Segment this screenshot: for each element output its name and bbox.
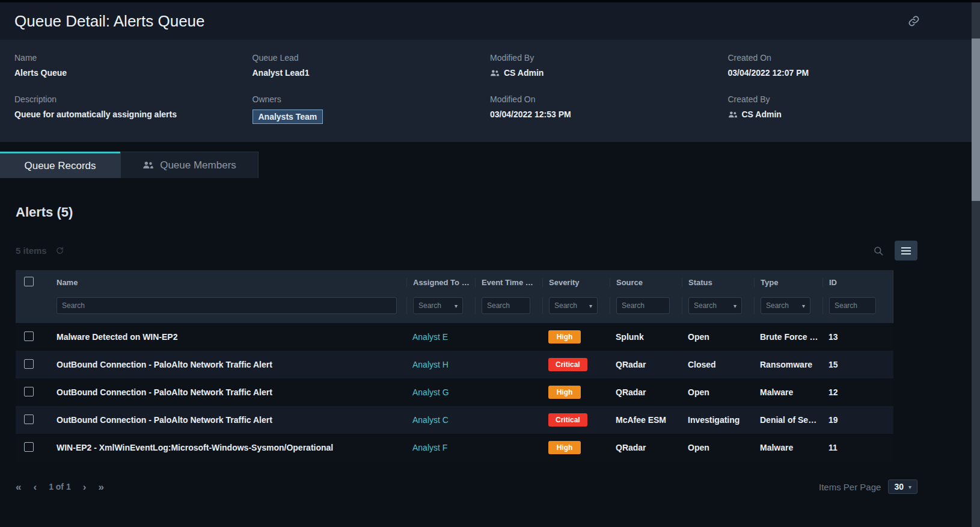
first-page-icon[interactable]: « (16, 482, 21, 492)
page-title: Queue Detail: Alerts Queue (14, 12, 205, 31)
col-header-assigned-to[interactable]: Assigned To … (406, 278, 475, 287)
severity-badge: High (548, 441, 581, 454)
scrollbar-thumb[interactable] (972, 39, 980, 201)
table-header: Name Assigned To … Event Time … Severity… (16, 270, 893, 323)
row-checkbox[interactable] (24, 331, 34, 341)
tabs: Queue Records Queue Members (0, 152, 980, 178)
alert-id: 12 (822, 387, 893, 397)
field-name: Name Alerts Queue (14, 53, 253, 78)
main-content: Alerts (5) 5 items Name (0, 178, 980, 494)
assigned-to-link[interactable]: Analyst H (412, 360, 449, 369)
col-header-type[interactable]: Type (754, 278, 822, 287)
vertical-scrollbar[interactable] (972, 2, 980, 527)
items-per-page-select[interactable]: 30 ▾ (888, 479, 917, 494)
event-time-filter-input[interactable] (487, 301, 525, 310)
chevron-down-icon[interactable]: ▾ (589, 303, 592, 309)
tab-label: Queue Members (160, 159, 236, 171)
table-row[interactable]: OutBound Connection - PaloAlto Network T… (16, 378, 893, 406)
assigned-to-link[interactable]: Analyst C (412, 415, 449, 425)
field-modified-on: Modified On 03/04/2022 12:53 PM (490, 94, 728, 119)
status: Investigating (682, 415, 754, 425)
field-modified-by: Modified By CS Admin (490, 53, 728, 78)
assigned-to-filter-input[interactable] (418, 301, 452, 310)
field-owners: Owners Analysts Team (253, 94, 491, 124)
source-filter[interactable] (616, 297, 670, 314)
pager: « ‹ 1 of 1 › » (16, 482, 104, 492)
source-filter-input[interactable] (622, 301, 664, 310)
source: QRadar (610, 387, 682, 397)
severity-filter-input[interactable] (554, 301, 586, 310)
grid-options-button[interactable] (895, 241, 917, 260)
alerts-table: Name Assigned To … Event Time … Severity… (16, 270, 893, 461)
people-icon (142, 161, 154, 169)
page-info: 1 of 1 (49, 482, 71, 492)
table-row[interactable]: Malware Detected on WIN-EP2 Analyst E Hi… (16, 323, 893, 351)
tab-queue-members[interactable]: Queue Members (120, 152, 259, 178)
alert-type: Malware (754, 443, 822, 452)
name-filter[interactable] (57, 297, 397, 314)
severity-badge: High (548, 330, 581, 344)
owners-team-chip[interactable]: Analysts Team (253, 109, 323, 124)
col-header-name[interactable]: Name (51, 278, 406, 287)
chevron-down-icon[interactable]: ▾ (455, 303, 458, 309)
field-value: 03/04/2022 12:53 PM (490, 109, 728, 119)
event-time-filter[interactable] (482, 297, 530, 314)
select-all-checkbox[interactable] (24, 277, 34, 286)
col-header-status[interactable]: Status (682, 278, 754, 287)
table-row[interactable]: OutBound Connection - PaloAlto Network T… (16, 351, 893, 378)
permalink-icon[interactable] (908, 15, 920, 27)
chevron-down-icon[interactable]: ▾ (802, 303, 805, 309)
previous-page-icon[interactable]: ‹ (33, 482, 37, 492)
row-checkbox[interactable] (24, 415, 34, 424)
menu-icon (901, 247, 911, 254)
row-checkbox[interactable] (24, 387, 34, 396)
alert-type: Denial of Se… (754, 415, 822, 425)
search-icon[interactable] (873, 245, 884, 256)
col-header-severity[interactable]: Severity (542, 278, 610, 287)
field-label: Modified By (490, 53, 728, 63)
field-created-by: Created By CS Admin (728, 94, 966, 119)
chevron-down-icon[interactable]: ▾ (733, 303, 737, 309)
name-filter-input[interactable] (62, 301, 391, 310)
header-row: Name Assigned To … Event Time … Severity… (16, 270, 893, 294)
row-checkbox[interactable] (24, 359, 34, 369)
id-filter[interactable] (829, 297, 876, 314)
field-label: Created By (728, 94, 966, 104)
alert-id: 11 (822, 443, 893, 452)
status: Open (682, 387, 754, 397)
id-filter-input[interactable] (835, 301, 871, 310)
pagination-bar: « ‹ 1 of 1 › » Items Per Page 30 ▾ (16, 479, 917, 494)
field-value: CS Admin (504, 68, 544, 78)
refresh-icon[interactable] (55, 246, 64, 255)
field-label: Modified On (490, 94, 728, 104)
table-row[interactable]: OutBound Connection - PaloAlto Network T… (16, 406, 893, 434)
assigned-to-filter[interactable]: ▾ (413, 297, 463, 314)
last-page-icon[interactable]: » (98, 482, 103, 492)
col-header-id[interactable]: ID (822, 278, 893, 287)
col-header-source[interactable]: Source (610, 278, 682, 287)
next-page-icon[interactable]: › (83, 482, 87, 492)
status-filter[interactable]: ▾ (688, 297, 742, 314)
assigned-to-link[interactable]: Analyst G (412, 387, 449, 397)
type-filter-input[interactable] (766, 301, 799, 310)
type-filter[interactable]: ▾ (761, 297, 810, 314)
row-checkbox[interactable] (24, 442, 34, 452)
module-title: Alerts (5) (16, 205, 917, 220)
assigned-to-link[interactable]: Analyst E (412, 332, 448, 342)
field-value: 03/04/2022 12:07 PM (728, 68, 966, 78)
table-row[interactable]: WIN-EP2 - XmlWinEventLog:Microsoft-Windo… (16, 434, 893, 461)
details-col-4: Created On 03/04/2022 12:07 PM Created B… (728, 53, 966, 124)
field-value: Alerts Queue (14, 68, 253, 78)
assigned-to-link[interactable]: Analyst F (412, 443, 447, 452)
filter-row: ▾ ▾ (16, 294, 893, 323)
severity-badge: Critical (548, 358, 587, 371)
status: Open (682, 443, 754, 452)
alert-name: OutBound Connection - PaloAlto Network T… (51, 387, 406, 397)
list-toolbar: 5 items (16, 241, 917, 260)
col-header-event-time[interactable]: Event Time … (475, 278, 542, 287)
field-label: Description (14, 94, 253, 104)
status-filter-input[interactable] (694, 301, 730, 310)
details-col-1: Name Alerts Queue Description Queue for … (14, 53, 253, 124)
tab-queue-records[interactable]: Queue Records (0, 152, 120, 178)
severity-filter[interactable]: ▾ (549, 297, 598, 314)
